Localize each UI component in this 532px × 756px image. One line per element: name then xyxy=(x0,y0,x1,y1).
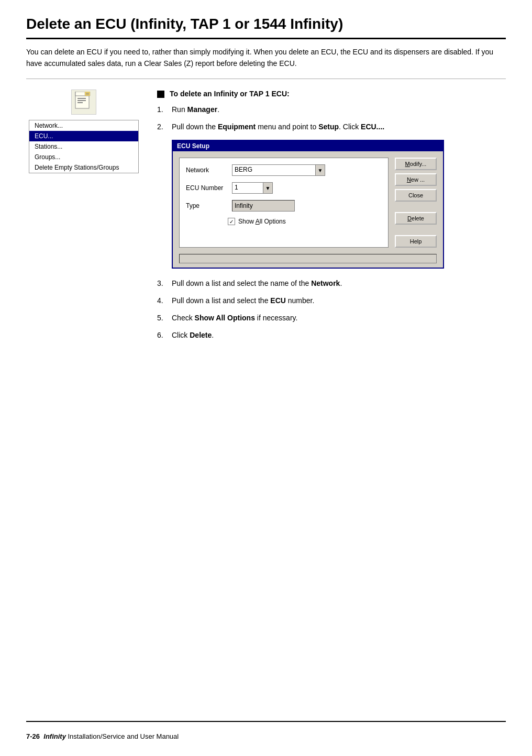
step-3-num: 3. xyxy=(157,278,172,289)
step-4: 4. Pull down a list and select the ECU n… xyxy=(157,295,506,306)
network-field-row: Network BERG ▼ xyxy=(186,164,382,176)
show-all-options-row: ✓ Show All Options xyxy=(228,218,382,225)
dialog-container: ECU Setup Network BERG ▼ xyxy=(157,140,506,269)
step-5-text: Check Show All Options if necessary. xyxy=(172,313,506,324)
instruction-header: To delete an Infinity or TAP 1 ECU: xyxy=(157,90,506,98)
dialog-fields: Network BERG ▼ ECU Number xyxy=(179,158,389,248)
right-column: To delete an Infinity or TAP 1 ECU: 1. R… xyxy=(157,90,506,347)
step-4-text: Pull down a list and select the ECU numb… xyxy=(172,295,506,306)
ecu-number-dropdown-arrow[interactable]: ▼ xyxy=(263,182,273,194)
type-label: Type xyxy=(186,202,228,209)
step-6: 6. Click Delete. xyxy=(157,330,506,341)
bullet-icon xyxy=(157,91,164,98)
step-5: 5. Check Show All Options if necessary. xyxy=(157,313,506,324)
ecu-number-field-row: ECU Number 1 ▼ xyxy=(186,182,382,194)
step-1-text: Run Manager. xyxy=(172,104,506,115)
delete-button[interactable]: Delete xyxy=(395,212,437,225)
help-button[interactable]: Help xyxy=(395,235,437,248)
step-6-text: Click Delete. xyxy=(172,330,506,341)
menu-item-ecu[interactable]: ECU... xyxy=(29,131,138,141)
svg-rect-7 xyxy=(85,92,90,96)
footer-product: Infinity xyxy=(43,732,66,740)
step-3-text: Pull down a list and select the name of … xyxy=(172,278,506,289)
modify-button[interactable]: Modify... xyxy=(395,158,437,170)
svg-rect-1 xyxy=(75,92,86,96)
step-1-num: 1. xyxy=(157,104,172,115)
ecu-number-input[interactable]: 1 xyxy=(232,182,263,194)
page-title: Delete an ECU (Infinity, TAP 1 or 1544 I… xyxy=(26,16,506,39)
menu-item-delete-empty[interactable]: Delete Empty Stations/Groups xyxy=(29,162,138,173)
network-label: Network xyxy=(186,166,228,174)
content-area: Network... ECU... Stations... Groups... … xyxy=(26,90,506,347)
dialog-buttons: Modify... New ... Close Delete Help xyxy=(395,158,437,248)
network-dropdown-arrow[interactable]: ▼ xyxy=(316,164,325,176)
svg-rect-5 xyxy=(77,100,86,101)
show-all-options-checkbox[interactable]: ✓ xyxy=(228,218,235,225)
menu-item-groups[interactable]: Groups... xyxy=(29,152,138,162)
footer-page-ref: 7-26 xyxy=(26,732,40,740)
step-6-num: 6. xyxy=(157,330,172,341)
step-2-text: Pull down the Equipment menu and point t… xyxy=(172,121,506,132)
menu-item-stations[interactable]: Stations... xyxy=(29,141,138,152)
step-2-num: 2. xyxy=(157,121,172,132)
steps-list: 1. Run Manager. 2. Pull down the Equipme… xyxy=(157,104,506,341)
dialog-status-bar xyxy=(179,254,437,263)
type-field-row: Type Infinity xyxy=(186,200,382,212)
close-button[interactable]: Close xyxy=(395,189,437,202)
equipment-menu: Network... ECU... Stations... Groups... … xyxy=(29,120,139,173)
manager-icon xyxy=(71,90,96,115)
ecu-number-label: ECU Number xyxy=(186,184,228,192)
step-2: 2. Pull down the Equipment menu and poin… xyxy=(157,121,506,132)
section-divider xyxy=(26,79,506,79)
show-all-options-label: Show All Options xyxy=(238,218,286,225)
svg-rect-4 xyxy=(77,98,86,99)
type-display: Infinity xyxy=(232,200,295,212)
ecu-number-input-group: 1 ▼ xyxy=(232,182,273,194)
network-input-group: BERG ▼ xyxy=(232,164,325,176)
page-footer: 7-26 Infinity Installation/Service and U… xyxy=(26,721,506,740)
svg-rect-6 xyxy=(77,102,83,103)
ecu-setup-dialog: ECU Setup Network BERG ▼ xyxy=(172,140,444,269)
network-input[interactable]: BERG xyxy=(232,164,316,176)
instruction-title: To delete an Infinity or TAP 1 ECU: xyxy=(170,90,290,98)
step-5-num: 5. xyxy=(157,313,172,324)
intro-paragraph: You can delete an ECU if you need to, ra… xyxy=(26,47,506,69)
menu-item-network[interactable]: Network... xyxy=(29,120,138,131)
footer-text: 7-26 Infinity Installation/Service and U… xyxy=(26,732,179,740)
footer-manual-text: Installation/Service and User Manual xyxy=(66,732,179,740)
step-4-num: 4. xyxy=(157,295,172,306)
dialog-titlebar: ECU Setup xyxy=(173,141,443,151)
step-1: 1. Run Manager. xyxy=(157,104,506,115)
new-button[interactable]: New ... xyxy=(395,173,437,186)
left-column: Network... ECU... Stations... Groups... … xyxy=(26,90,141,173)
step-3: 3. Pull down a list and select the name … xyxy=(157,278,506,289)
dialog-body: Network BERG ▼ ECU Number xyxy=(173,151,443,254)
